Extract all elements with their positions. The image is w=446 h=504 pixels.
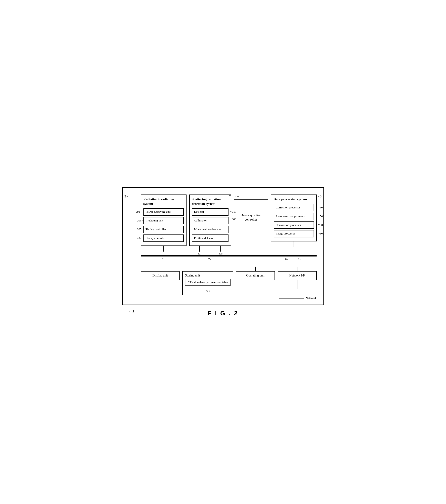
bus-section (130, 255, 317, 256)
operating-unit-box: Operating unit (236, 271, 275, 280)
display-unit-box: Display unit (141, 271, 180, 280)
movement-mechanism-box: Movement mechanism (192, 226, 228, 233)
bus-ref-labels: 6 ⌐ 7 ⌐ 8 ⌐ 9 ⌐ (130, 257, 317, 261)
operating-unit-label: Operating unit (246, 274, 264, 277)
operate-wrapper: Operating unit (236, 267, 275, 280)
network-if-box: Network I/F (278, 271, 317, 280)
network-if-down-line (297, 280, 297, 289)
bottom-area: Display unit Storing unit CT value-densi… (130, 267, 317, 295)
ref-207: 207 ~ (137, 236, 144, 240)
network-label: Network (306, 296, 317, 300)
gantry-controller: 207 ~ Gantry controller (143, 234, 184, 242)
scat-right-connector: 305 (219, 246, 223, 255)
dac-v-connector (251, 235, 251, 241)
conversion-processor-box: Conversion processor ~ 505 (274, 221, 314, 229)
store-v-connector (208, 267, 208, 271)
dac-wrapper: 4 ⌐ Data acquisition controller (234, 195, 268, 241)
operate-v-connector (255, 267, 256, 271)
radiation-system-box: Radiation irradiation system 201 Power s… (141, 195, 187, 246)
ref-305: 305 (219, 252, 223, 255)
detector-box: ~ 301 Detector (192, 208, 228, 216)
ref-9-bus: 9 (298, 257, 299, 261)
page-container: ⌐ 1 2 ~ ~ 5 Radiation irradiation system… (122, 187, 324, 317)
scattering-system-wrapper: ~ 3 Scattering radiation detection syste… (189, 195, 231, 255)
ref-8-bus: 8 (285, 257, 287, 261)
data-proc-wrapper: Data processing system Correction proces… (271, 195, 317, 247)
scat-left-connector: 307 (198, 246, 202, 255)
radiation-system-wrapper: Radiation irradiation system 201 Power s… (141, 195, 187, 252)
network-if-v-connector (297, 267, 297, 271)
position-detector-box: Position detector (192, 234, 228, 242)
network-line-section: Network (279, 296, 316, 300)
correction-processor-box: Correction processor ~ 501 (274, 204, 314, 211)
dac-box: Data acquisition controller (234, 199, 268, 235)
ref-501: ~ 501 (318, 205, 324, 210)
display-unit-label: Display unit (153, 274, 168, 277)
ref-201: 201 (136, 210, 140, 214)
storing-unit-label: Storing unit (185, 274, 230, 277)
irradiating-unit: 203 ~ Irradiating unit (143, 217, 184, 224)
ref-7-bus: 7 (208, 257, 210, 261)
ref-701-line (208, 286, 208, 289)
outer-box: ⌐ 1 2 ~ ~ 5 Radiation irradiation system… (122, 187, 324, 305)
scattering-system-box: Scattering radiation detection system ~ … (189, 195, 231, 246)
ct-table-box: CT value-density conversion table (185, 279, 230, 286)
storing-unit-box: Storing unit CT value-density conversion… (182, 271, 233, 295)
reconstruction-processor-box: Reconstruction processor ~ 503 (274, 213, 314, 220)
store-wrapper: Storing unit CT value-density conversion… (182, 267, 233, 295)
network-if-wrapper: Network I/F (278, 267, 317, 289)
collimator-box: Collimator (192, 217, 228, 224)
ref-205: 205 ~ (137, 228, 144, 231)
data-proc-title: Data processing system (274, 197, 314, 202)
ref-6-bus: 6 (162, 257, 163, 261)
ref-503: ~ 503 (318, 214, 324, 218)
data-proc-box: Data processing system Correction proces… (271, 195, 317, 241)
scat-v-line-right (221, 246, 221, 252)
scattering-system-title: Scattering radiation detection system (192, 197, 228, 206)
ct-table-label: CT value-density conversion table (187, 281, 228, 284)
ref-5-label: ~ 5 (318, 195, 322, 198)
display-v-connector (160, 267, 160, 271)
display-wrapper: Display unit (141, 267, 180, 280)
network-h-line (279, 298, 304, 299)
timing-controller: 205 ~ Timing controller (143, 226, 184, 233)
radiation-ref: 2 (125, 195, 126, 198)
ref-1: ⌐ 1 (130, 309, 134, 314)
ref-701-area: 701 (185, 286, 230, 293)
top-area: Radiation irradiation system 201 Power s… (130, 195, 317, 255)
scat-connectors: 307 305 (189, 246, 231, 255)
proc-v-connector (293, 241, 294, 247)
ref-307: 307 (198, 252, 202, 255)
radiation-system-title: Radiation irradiation system (143, 197, 184, 206)
scat-v-line-left (199, 246, 200, 252)
ref-4-label: 4 ⌐ (235, 195, 239, 198)
network-if-label: Network I/F (289, 274, 305, 277)
ref-505: ~ 505 (318, 223, 324, 227)
rad-v-connector (163, 246, 164, 252)
outer-ref-label: 1 (133, 309, 134, 313)
bus-line (141, 255, 317, 256)
image-processor-box: Image processor ~ 507 (274, 230, 314, 237)
ref-507: ~ 507 (318, 232, 324, 236)
power-supplying-unit: 201 Power supplying unit (143, 208, 184, 216)
data-proc-ref: 5 (320, 195, 322, 198)
ref-2-label: 2 ~ (125, 195, 129, 198)
fig-label: F I G . 2 (122, 310, 324, 317)
ref-701: 701 (206, 289, 210, 293)
network-section: Network (130, 296, 317, 300)
ref-203: 203 ~ (137, 219, 144, 223)
